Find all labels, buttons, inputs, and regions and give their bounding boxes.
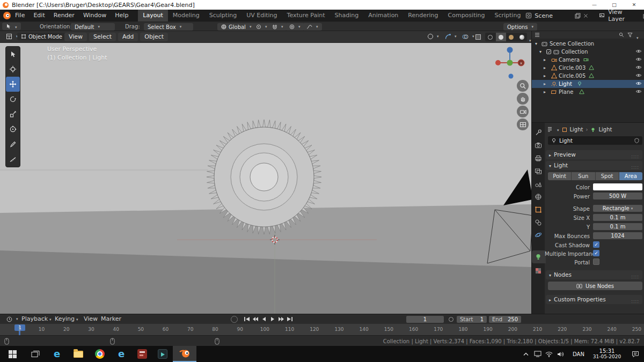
tray-overflow-button[interactable]: [521, 346, 531, 362]
eye-icon[interactable]: [635, 65, 642, 70]
taskbar-app-dark-button[interactable]: [152, 346, 173, 362]
shading-material-icon[interactable]: [506, 35, 517, 40]
scene-name[interactable]: Scene: [535, 12, 572, 19]
light-type-spot[interactable]: Spot: [596, 172, 619, 180]
view-layer-name[interactable]: View Layer: [608, 9, 640, 23]
keying-set-icon[interactable]: [449, 317, 453, 322]
menu-render[interactable]: Render: [49, 10, 79, 21]
cast-shadow-checkbox[interactable]: [593, 241, 599, 248]
workspace-tab-rendering[interactable]: Rendering: [403, 10, 443, 21]
custom-properties-panel-header[interactable]: Custom Properties: [546, 295, 642, 304]
workspace-tab-animation[interactable]: Animation: [363, 10, 403, 21]
zoom-button[interactable]: [517, 80, 529, 92]
taskbar-app-red-button[interactable]: [132, 346, 152, 362]
timeline-ruler[interactable]: 1 11020304050607080901001101201301401501…: [0, 323, 644, 335]
scale-tool[interactable]: [6, 107, 20, 122]
taskbar-clock[interactable]: 15:31 31-05-2020: [589, 346, 625, 362]
shading-wireframe-icon[interactable]: [485, 35, 496, 40]
frame-start-field[interactable]: Start1: [457, 316, 487, 323]
axis-gizmo[interactable]: x: [494, 45, 525, 79]
outliner-row-collection[interactable]: Collection: [532, 48, 644, 56]
disclosure-icon[interactable]: [544, 56, 548, 62]
world-properties-tab[interactable]: [534, 193, 543, 201]
size-x-field[interactable]: 0.1 m: [593, 214, 642, 221]
light-panel-header[interactable]: Light: [546, 161, 642, 170]
menu-help[interactable]: Help: [111, 10, 133, 21]
render-properties-tab[interactable]: [534, 141, 543, 150]
taskbar-chrome-button[interactable]: [89, 346, 111, 362]
viewport-menu-view[interactable]: View: [64, 33, 87, 41]
view-layer-properties-tab[interactable]: [534, 167, 543, 175]
outliner-row-camera[interactable]: Camera: [532, 56, 644, 64]
pan-button[interactable]: [517, 93, 529, 105]
auto-keyframe-button[interactable]: [231, 316, 238, 323]
taskbar-edge-button[interactable]: e: [46, 346, 68, 362]
output-properties-tab[interactable]: [534, 154, 543, 162]
start-button[interactable]: [0, 346, 25, 362]
unlink-scene-icon[interactable]: [583, 13, 588, 18]
transform-tool[interactable]: [6, 122, 20, 137]
disclosure-icon[interactable]: [544, 80, 548, 86]
camera-view-button[interactable]: [517, 106, 529, 117]
viewport-menu-select[interactable]: Select: [89, 33, 116, 41]
next-keyframe-button[interactable]: [277, 316, 285, 322]
options-dropdown[interactable]: Options: [503, 23, 537, 31]
portal-checkbox[interactable]: [593, 258, 599, 265]
light-type-point[interactable]: Point: [548, 172, 571, 180]
prev-keyframe-button[interactable]: [251, 316, 259, 322]
size-y-field[interactable]: 0.1 m: [593, 223, 642, 230]
disclosure-icon[interactable]: [539, 48, 544, 54]
menu-window[interactable]: Window: [79, 10, 111, 21]
disclosure-icon[interactable]: [535, 40, 540, 46]
disclosure-icon[interactable]: [544, 88, 548, 94]
viewport-menu-object[interactable]: Object: [140, 33, 168, 41]
outliner-search-icon[interactable]: [619, 32, 624, 38]
object-properties-tab[interactable]: [534, 205, 543, 214]
orientation-dropdown[interactable]: Default: [71, 23, 115, 31]
fake-user-shield-icon[interactable]: [634, 138, 639, 143]
power-field[interactable]: 500 W: [593, 193, 642, 200]
measure-tool[interactable]: [6, 152, 20, 167]
shading-rendered-icon[interactable]: [517, 35, 528, 40]
scene-properties-tab[interactable]: [534, 180, 543, 188]
toggle-perspective-button[interactable]: [517, 119, 529, 130]
blender-logo-icon[interactable]: [3, 12, 11, 19]
proportional-editing-dropdown[interactable]: [286, 23, 304, 31]
collection-checkbox-icon[interactable]: [546, 49, 552, 55]
menu-edit[interactable]: Edit: [29, 10, 49, 21]
outliner-row-circle-003[interactable]: Circle.003: [532, 64, 644, 72]
tool-tab[interactable]: [534, 128, 543, 137]
outliner-row-scene-collection[interactable]: Scene Collection: [532, 40, 644, 48]
cursor-tool[interactable]: [6, 62, 20, 77]
disclosure-icon[interactable]: [544, 72, 548, 78]
new-scene-icon[interactable]: [575, 13, 581, 19]
timeline-menu-view[interactable]: View: [84, 314, 98, 324]
light-data-tab[interactable]: [534, 253, 543, 261]
use-nodes-button[interactable]: Use Nodes: [548, 282, 642, 290]
falloff-dropdown[interactable]: [303, 23, 322, 31]
data-name-field[interactable]: Light: [548, 136, 642, 145]
menu-file[interactable]: File: [11, 10, 29, 21]
annotate-tool[interactable]: [6, 137, 20, 152]
transform-orientation-dropdown[interactable]: Global: [217, 23, 255, 31]
outliner-row-light[interactable]: Light: [532, 80, 644, 88]
outliner-editor-icon[interactable]: [535, 32, 540, 38]
viewport-canvas[interactable]: [0, 43, 531, 314]
editor-type-chevron[interactable]: [555, 127, 559, 132]
tray-network-button[interactable]: [544, 346, 554, 362]
current-frame-field[interactable]: 1: [406, 316, 444, 323]
jump-to-end-button[interactable]: [286, 316, 294, 322]
drag-dropdown[interactable]: Select Box: [144, 23, 193, 31]
constraints-tab[interactable]: [534, 218, 543, 227]
task-view-button[interactable]: [25, 346, 46, 362]
color-swatch[interactable]: [593, 183, 642, 190]
workspace-tab-compositing[interactable]: Compositing: [443, 10, 490, 21]
eye-icon[interactable]: [635, 89, 642, 94]
light-type-sun[interactable]: Sun: [572, 172, 595, 180]
eye-icon[interactable]: [635, 73, 642, 78]
preview-panel-header[interactable]: Preview: [546, 150, 642, 159]
workspace-tab-sculpting[interactable]: Sculpting: [204, 10, 241, 21]
breadcrumb-data-label[interactable]: Light: [598, 127, 612, 132]
outliner-row-plane[interactable]: Plane: [532, 88, 644, 96]
play-button[interactable]: [268, 316, 276, 322]
